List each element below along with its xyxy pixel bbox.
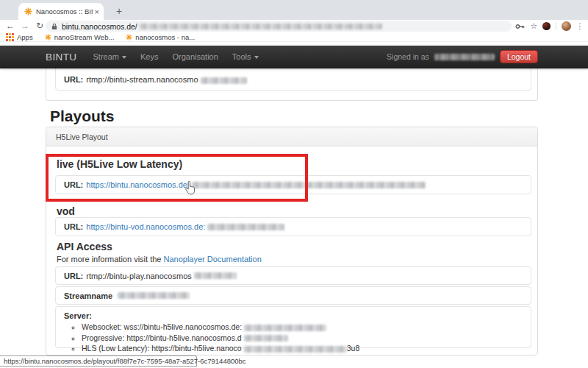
forward-icon[interactable]: → bbox=[19, 20, 31, 32]
caret-down-icon bbox=[122, 56, 126, 59]
logout-button[interactable]: Logout bbox=[500, 50, 538, 63]
vod-section-heading: vod bbox=[57, 205, 75, 217]
chrome-menu-icon[interactable]: ⋮ bbox=[576, 22, 584, 30]
browser-toolbar: ← → ↻ bintu.nanocosmos.de/ ☆ ⋮ bbox=[0, 20, 588, 32]
nav-item-stream[interactable]: Stream bbox=[93, 52, 126, 61]
address-url: bintu.nanocosmos.de/ bbox=[62, 22, 137, 31]
toolbar-right-icons: ☆ ⋮ bbox=[515, 20, 584, 32]
vod-url-well: URL: https://bintu-vod.nanocosmos.de: bbox=[55, 217, 531, 236]
lock-icon bbox=[51, 23, 57, 30]
redacted-api-url bbox=[194, 272, 237, 279]
server-item-websocket: Websocket: wss://bintu-h5live.nanocosmos… bbox=[82, 322, 359, 333]
extension-icon[interactable] bbox=[542, 22, 551, 30]
tab-strip: Nanocosmos :: BINTU × + bbox=[0, 0, 588, 20]
server-item-hls: HLS (Low Latency): https://bintu-h5live.… bbox=[82, 343, 359, 354]
back-icon[interactable]: ← bbox=[4, 20, 16, 32]
redacted-url-path bbox=[140, 24, 382, 29]
nav-item-keys[interactable]: Keys bbox=[140, 52, 158, 61]
api-access-heading: API Access bbox=[57, 241, 112, 252]
server-item-progressive: Progressive: https://bintu-h5live.nanoco… bbox=[82, 333, 359, 344]
new-tab-button[interactable]: + bbox=[112, 4, 126, 18]
redacted-stream-url bbox=[201, 77, 247, 84]
app-navbar: BINTU Stream Keys Organisation Tools Sig… bbox=[0, 46, 588, 68]
nanocosmos-favicon-icon bbox=[45, 34, 51, 40]
caret-down-icon bbox=[254, 56, 259, 59]
nanocosmos-favicon-icon bbox=[126, 34, 132, 40]
hand-cursor-icon bbox=[185, 181, 196, 198]
browser-chrome: Nanocosmos :: BINTU × + ← → ↻ bintu.nano… bbox=[0, 0, 588, 42]
nanoplayer-doc-link[interactable]: Nanoplayer Documentation bbox=[164, 255, 262, 263]
url-label: URL: bbox=[64, 222, 83, 231]
toolbar-divider bbox=[556, 22, 556, 30]
api-info-line: For more information visit the Nanoplaye… bbox=[57, 255, 262, 263]
apps-label: Apps bbox=[17, 33, 33, 41]
redacted-websocket-url bbox=[244, 325, 326, 331]
live-url-well: URL: https://bintu.nanocosmos.de: bbox=[55, 175, 531, 194]
api-url-value: rtmp://bintu-play.nanocosmos bbox=[86, 272, 191, 280]
api-info-text: For more information visit the bbox=[57, 255, 164, 263]
bookmark-item[interactable]: nanocosmos - na... bbox=[126, 33, 195, 41]
profile-avatar[interactable] bbox=[562, 21, 571, 31]
tab-title: Nanocosmos :: BINTU bbox=[36, 7, 93, 15]
url-label: URL: bbox=[64, 272, 83, 280]
status-bar: https://bintu.nanocosmos.de/playout/f88f… bbox=[0, 355, 197, 367]
bookmark-item[interactable]: nanoStream Web... bbox=[45, 33, 115, 41]
redacted-vod-url bbox=[207, 224, 284, 230]
apps-shortcut[interactable]: Apps bbox=[6, 33, 33, 41]
stream-url-value: rtmp://bintu-stream.nanocosmo bbox=[86, 75, 198, 84]
panel-header: H5Live Playout bbox=[46, 127, 537, 146]
streamname-label: Streamname bbox=[64, 291, 112, 300]
redacted-streamname bbox=[118, 292, 190, 299]
page-title: Playouts bbox=[50, 107, 115, 125]
api-url-well: URL: rtmp://bintu-play.nanocosmos bbox=[55, 266, 531, 285]
reload-icon[interactable]: ↻ bbox=[34, 20, 46, 32]
signed-in-text: Signed in as bbox=[387, 52, 429, 61]
bookmarks-bar: Apps nanoStream Web... nanocosmos - na..… bbox=[0, 32, 588, 42]
key-icon[interactable] bbox=[515, 24, 525, 29]
redacted-live-url bbox=[192, 182, 426, 188]
bookmark-star-icon[interactable]: ☆ bbox=[530, 21, 537, 31]
status-url: https://bintu.nanocosmos.de/playout/f88f… bbox=[4, 357, 246, 365]
redacted-progressive-url bbox=[244, 335, 288, 342]
address-bar[interactable]: bintu.nanocosmos.de/ bbox=[46, 21, 512, 32]
url-label: URL: bbox=[64, 180, 83, 189]
hls-url-suffix: 3u8 bbox=[347, 344, 360, 353]
url-label: URL: bbox=[64, 75, 83, 84]
nav-item-organisation[interactable]: Organisation bbox=[172, 52, 218, 61]
live-section-heading: live (H5Live Low Latency) bbox=[57, 158, 182, 170]
redacted-username bbox=[434, 54, 495, 60]
vod-url-link[interactable]: https://bintu-vod.nanocosmos.de: bbox=[86, 222, 205, 231]
streamname-well: Streamname bbox=[55, 286, 531, 305]
apps-grid-icon bbox=[6, 33, 14, 41]
nanocosmos-favicon-icon bbox=[24, 7, 32, 15]
browser-tab[interactable]: Nanocosmos :: BINTU × bbox=[18, 3, 104, 20]
navbar-brand[interactable]: BINTU bbox=[46, 52, 77, 63]
server-well: Server: Websocket: wss://bintu-h5live.na… bbox=[55, 306, 531, 348]
nav-item-tools[interactable]: Tools bbox=[232, 52, 259, 61]
bookmark-label: nanocosmos - na... bbox=[135, 33, 195, 41]
bookmark-label: nanoStream Web... bbox=[54, 33, 115, 41]
server-label: Server: bbox=[64, 311, 92, 320]
live-url-link[interactable]: https://bintu.nanocosmos.de: bbox=[86, 180, 190, 189]
server-list: Websocket: wss://bintu-h5live.nanocosmos… bbox=[82, 322, 359, 354]
redacted-hls-url bbox=[244, 346, 347, 353]
close-tab-icon[interactable]: × bbox=[95, 7, 99, 16]
